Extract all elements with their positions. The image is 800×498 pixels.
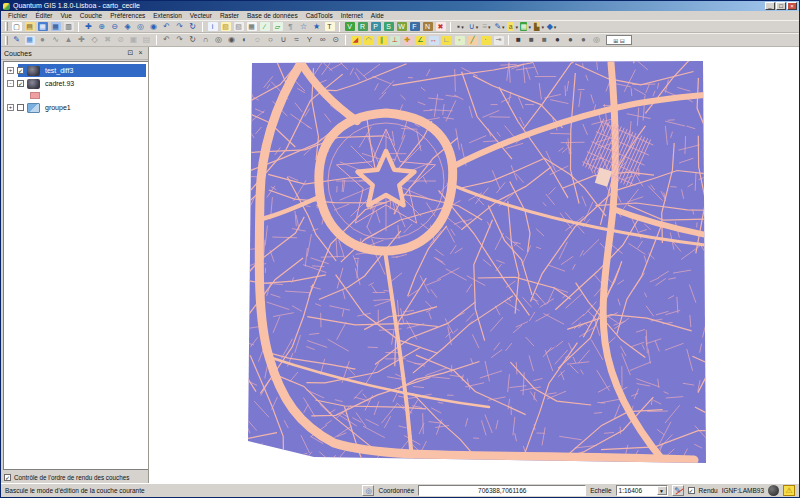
crs-status-globe-icon[interactable] [768, 485, 779, 496]
cadtools-arc-button[interactable]: ◠ [362, 34, 375, 46]
close-button[interactable]: × [787, 2, 797, 10]
merge-features-button[interactable]: ∞ [316, 34, 329, 46]
pan-map-button[interactable]: ✚ [82, 21, 95, 33]
rotate-point-symbols-button[interactable]: ⊙ [329, 34, 342, 46]
browser-dropdown-button[interactable]: ▙▾ [532, 21, 545, 33]
add-raster-layer-button[interactable]: R [356, 21, 369, 33]
capture-point-button[interactable]: ● [36, 34, 49, 46]
toolbar-grip[interactable] [5, 36, 8, 45]
gps-tools-dropdown-button[interactable]: ∪▾ [467, 21, 480, 33]
plugins-dropdown-button[interactable]: ◆▾ [545, 21, 558, 33]
menu-item-raster[interactable]: Raster [216, 11, 243, 20]
tree-expander-icon[interactable]: + [7, 67, 14, 74]
toolbar-grip[interactable] [5, 22, 8, 31]
save-edits-button[interactable]: ▦ [23, 34, 36, 46]
chevron-down-icon[interactable]: ▼ [657, 486, 667, 495]
cadtools-ortho-button[interactable]: ∟ [440, 34, 453, 46]
add-spatialite-layer-button[interactable]: S [382, 21, 395, 33]
zoom-to-selection-button[interactable]: ◉ [147, 21, 160, 33]
toggle-editing-button[interactable]: ✎ [10, 34, 23, 46]
zoom-next-button[interactable]: ↷ [173, 21, 186, 33]
coordinate-capture-button[interactable]: ◎ [362, 485, 374, 496]
layer-name[interactable]: groupe1 [43, 103, 73, 112]
raster-local-histogram-button[interactable]: ■ [538, 34, 551, 46]
add-vector-layer-button[interactable]: V [343, 21, 356, 33]
symbol-swatch[interactable] [30, 92, 40, 99]
menu-item-fichier[interactable]: Fichier [4, 11, 32, 20]
minimize-button[interactable]: _ [765, 2, 775, 10]
offline-editing-dropdown-button[interactable]: ≡▾ [480, 21, 493, 33]
deselect-features-button[interactable]: ▧ [232, 21, 245, 33]
split-features-button[interactable]: Y [303, 34, 316, 46]
menu-item-cadtools[interactable]: CadTools [302, 11, 337, 20]
capture-line-button[interactable]: ∿ [49, 34, 62, 46]
save-project-button[interactable]: ▦ [36, 21, 49, 33]
cadtools-intersection-button[interactable]: ✚ [401, 34, 414, 46]
raster-increase-brightness-button[interactable]: ● [564, 34, 577, 46]
menu-item--diter[interactable]: Éditer [32, 11, 57, 20]
copy-features-button[interactable]: ▣ [127, 34, 140, 46]
raster-band-combo[interactable]: ⊞ ⊟ [606, 35, 632, 45]
map-canvas[interactable] [149, 47, 799, 483]
menu-item-aide[interactable]: Aide [367, 11, 388, 20]
render-checkbox[interactable]: ✓ [688, 487, 695, 494]
add-ring-button[interactable]: ◎ [212, 34, 225, 46]
measure-area-button[interactable]: ▱ [271, 21, 284, 33]
delete-ring-button[interactable]: ◌ [251, 34, 264, 46]
dock-float-button[interactable]: ⊡ [126, 49, 135, 58]
coordinate-input[interactable]: 706388,7061166 [418, 485, 586, 496]
menu-item-extension[interactable]: Extension [149, 11, 186, 20]
raster-full-stretch-button[interactable]: ■ [525, 34, 538, 46]
layer-name[interactable]: test_diff3 [43, 66, 75, 75]
cadtools-azimuth-button[interactable]: ∠ [414, 34, 427, 46]
delete-part-button[interactable]: ○ [264, 34, 277, 46]
scale-combo[interactable]: 1:16406 ▼ [616, 485, 668, 496]
menu-item-couche[interactable]: Couche [76, 11, 106, 20]
paste-features-button[interactable]: ▤ [140, 34, 153, 46]
chevron-down-icon[interactable]: ▾ [554, 24, 557, 30]
text-annotation-button[interactable]: T [323, 21, 336, 33]
open-attribute-table-button[interactable]: ▦ [245, 21, 258, 33]
rotate-feature-button[interactable]: ↻ [186, 34, 199, 46]
new-project-button[interactable]: ▢ [10, 21, 23, 33]
layer-row[interactable]: +groupe1 [4, 101, 148, 114]
simplify-feature-button[interactable]: ∩ [199, 34, 212, 46]
menu-item-vue[interactable]: Vue [57, 11, 76, 20]
chevron-down-icon[interactable]: ▾ [502, 24, 505, 30]
cadtools-distance-button[interactable]: ↔ [427, 34, 440, 46]
layer-row[interactable]: +✓test_diff3 [4, 64, 148, 77]
cadtools-parallel-button[interactable]: ∥ [375, 34, 388, 46]
menu-item-base-de-donn-es[interactable]: Base de données [243, 11, 302, 20]
raster-tools-dropdown-button[interactable]: ▦▾ [519, 21, 532, 33]
tree-expander-icon[interactable]: + [7, 104, 14, 111]
cadtools-segment-button[interactable]: ◢ [349, 34, 362, 46]
layer-visibility-checkbox[interactable]: ✓ [17, 80, 24, 87]
chevron-down-icon[interactable]: ▾ [461, 24, 464, 30]
chevron-down-icon[interactable]: ▾ [488, 24, 491, 30]
add-wms-layer-button[interactable]: W [395, 21, 408, 33]
save-project-as-button[interactable]: ▦ [49, 21, 62, 33]
tree-expander-icon[interactable]: - [7, 80, 14, 87]
raster-local-stretch-button[interactable]: ■ [512, 34, 525, 46]
menu-item-vecteur[interactable]: Vecteur [186, 11, 216, 20]
capture-polygon-button[interactable]: ▲ [62, 34, 75, 46]
warning-icon[interactable]: ⚠ [783, 485, 795, 496]
chevron-down-icon[interactable]: ▾ [528, 24, 531, 30]
delete-selected-button[interactable]: ✖ [101, 34, 114, 46]
menu-item-internet[interactable]: Internet [337, 11, 367, 20]
decorations-dropdown-button[interactable]: ✎▾ [493, 21, 506, 33]
raster-contrast-button[interactable]: ◎ [590, 34, 603, 46]
cadtools-extend-button[interactable]: ⇥ [492, 34, 505, 46]
zoom-out-button[interactable]: ⊖ [108, 21, 121, 33]
layer-visibility-checkbox[interactable] [17, 104, 24, 111]
add-postgis-layer-button[interactable]: P [369, 21, 382, 33]
raster-decrease-brightness-button[interactable]: ● [577, 34, 590, 46]
fill-ring-button[interactable]: ◐ [238, 34, 251, 46]
offset-curve-button[interactable]: ≈ [290, 34, 303, 46]
chevron-down-icon[interactable]: ▾ [476, 24, 479, 30]
zoom-last-button[interactable]: ↶ [160, 21, 173, 33]
raster-full-histogram-button[interactable]: ● [551, 34, 564, 46]
layer-name[interactable]: cadret.93 [43, 79, 76, 88]
maximize-button[interactable]: □ [776, 2, 786, 10]
layer-row[interactable]: -✓cadret.93 [4, 77, 148, 90]
